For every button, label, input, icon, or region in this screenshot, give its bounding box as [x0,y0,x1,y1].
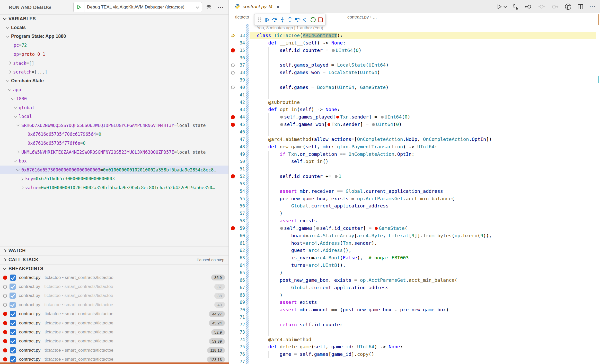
tree-row[interactable]: scratch = [...] [0,68,228,77]
code-line[interactable]: 53 [229,180,600,188]
breakpoint-checkbox[interactable] [10,284,16,290]
launch-config-dropdown[interactable]: Debug TEAL via AlgoKit AVM Debugger (tic… [73,2,202,12]
inline-breakpoint-icon[interactable] [328,123,330,126]
inline-breakpoint-candidate-icon[interactable] [372,123,375,126]
breakpoint-row[interactable]: contract.pytictactoe • smart_contracts/t… [0,327,228,336]
inline-breakpoint-candidate-icon[interactable] [332,49,335,52]
git-graph-icon[interactable] [512,3,519,10]
code-line[interactable]: 69 assert exists [229,299,600,306]
code-line[interactable]: 54 assert mbr.receiver == Global.current… [229,188,600,195]
code-editor[interactable]: 33class TicTacToe(ARC4Contract):34 def _… [229,32,600,364]
breakpoint-icon[interactable] [230,225,236,232]
inline-breakpoint-candidate-icon[interactable] [280,116,283,119]
breakpoint-checkbox[interactable] [10,302,16,308]
code-line[interactable]: 39 [229,76,600,84]
tab-contract-py[interactable]: contract.py M × [229,0,290,13]
more-actions-icon[interactable]: ⋯ [589,3,595,10]
code-line[interactable]: 61 host=arc4.Address(Txn.sender), [229,240,600,247]
code-line[interactable]: 73 [229,329,600,336]
code-line[interactable]: 51 [229,165,600,173]
code-line[interactable]: 40 self.games = BoxMap(UInt64, GameState… [229,84,600,91]
code-line[interactable]: 70 assert mbr.amount == (post_new_game_b… [229,306,600,314]
inline-breakpoint-candidate-icon[interactable] [280,123,283,126]
code-line[interactable]: 71 [229,314,600,321]
code-line[interactable]: 42 @subroutine [229,99,600,106]
breakpoint-row[interactable]: contract.pytictactoe • smart_contracts/t… [0,310,228,318]
tree-row[interactable]: On-chain State [0,77,228,86]
current-frame-arrow-icon[interactable] [230,32,236,39]
tree-row[interactable]: box [0,157,228,166]
breakpoint-checkbox[interactable] [10,356,16,362]
tree-row[interactable]: Locals [0,23,228,32]
tree-row[interactable]: value = 0x010000000102010002a358bf5bada9… [0,183,228,192]
step-out-button[interactable] [286,15,294,25]
tree-row[interactable]: local [0,112,228,121]
code-line[interactable]: 45 self.games_won[Txn.sender] = UInt64(0… [229,121,600,128]
code-line[interactable]: 41 [229,91,600,99]
code-line[interactable]: 57 ) [229,210,600,217]
code-line[interactable]: 44 self.games_played[Txn.sender] = UInt6… [229,113,600,121]
call-stack-section-header[interactable]: CALL STACK Paused on step [0,255,228,264]
code-line[interactable]: 35 self.id_counter = UInt64(0) [229,47,600,54]
breakpoint-checkbox[interactable] [10,338,16,344]
reverse-continue-button[interactable] [302,15,309,25]
step-back-button[interactable] [294,15,301,25]
code-line[interactable]: 46 [229,128,600,136]
code-line[interactable]: 76 game = self.games[game_id].copy() [229,351,600,358]
code-line[interactable]: 36 [229,54,600,62]
inline-breakpoint-icon[interactable] [375,227,378,230]
inline-breakpoint-candidate-icon[interactable] [381,116,384,119]
variables-section-header[interactable]: VARIABLES [0,14,228,23]
inline-breakpoint-candidate-icon[interactable] [316,227,319,230]
code-line[interactable]: 66 post_new_game_box, exists = op.AcctPa… [229,277,600,284]
breakpoint-icon[interactable] [230,173,236,180]
tree-row[interactable]: global [0,103,228,112]
code-line[interactable]: 56 Global.current_application_address [229,202,600,210]
code-line[interactable]: 75 def delete_game(self, game_id: UInt64… [229,343,600,351]
code-line[interactable]: 74 @arc4.abimethod [229,336,600,343]
run-dropdown-icon[interactable] [504,5,507,8]
code-line[interactable]: 34 def __init__(self) -> None: [229,39,600,47]
code-line[interactable]: 48 def new_game(self, mbr: gtxn.PaymentT… [229,143,600,151]
breakpoint-row[interactable]: contract.pytictactoe • smart_contracts/t… [0,346,228,355]
code-line[interactable]: 60 board=arc4.StaticArray[arc4.Byte, Lit… [229,232,600,240]
run-button[interactable] [496,4,506,10]
code-line[interactable]: 63 is_over=arc4.Bool(False), # noqa: FBT… [229,254,600,262]
code-line[interactable]: 68 ) [229,292,600,299]
restart-button[interactable] [309,15,316,25]
breakpoint-row[interactable]: contract.pytictactoe • smart_contracts/t… [0,337,228,346]
breakpoint-checkbox[interactable] [10,293,16,299]
continue-button[interactable] [264,15,271,25]
step-over-button[interactable] [271,15,278,25]
code-line[interactable]: 64 turns=arc4.UInt8(), [229,262,600,269]
breakpoint-disabled-icon[interactable] [230,84,236,91]
breakpoint-checkbox[interactable] [10,311,16,317]
tree-row[interactable]: pc = 72 [0,41,228,50]
code-line[interactable]: 65 ) [229,269,600,277]
tree-row[interactable]: op = proto 0 1 [0,50,228,59]
breakpoint-row[interactable]: contract.pytictactoe • smart_contracts/t… [0,300,228,309]
code-line[interactable]: 38 self.games_won = LocalState(UInt64) [229,69,600,76]
code-line[interactable]: 49 if Txn.on_completion == OnCompleteAct… [229,151,600,158]
breadcrumb-file[interactable]: contract.py › … [347,15,377,20]
tree-row[interactable]: 1880 [0,94,228,103]
tree-row[interactable]: 0x67616d6573000000000000000003 = 0x01000… [0,166,228,175]
breakpoint-checkbox[interactable] [10,329,16,335]
drag-handle[interactable] [256,15,263,25]
code-line[interactable]: 43 def opt_in(self) -> None: [229,106,600,113]
code-line[interactable]: 59 self.games[self.id_counter] = GameSta… [229,225,600,232]
breakpoint-checkbox[interactable] [10,347,16,353]
breakpoint-disabled-icon[interactable] [230,61,236,69]
split-editor-icon[interactable] [577,4,584,10]
step-into-button[interactable] [279,15,286,25]
tree-row[interactable]: UNML6W5NVHRIKTEOZAA4NI2SWQROSGNFNY2QS523… [0,148,228,157]
inline-breakpoint-icon[interactable] [336,116,339,119]
code-line[interactable]: 33class TicTacToe(ARC4Contract): [229,32,600,39]
tree-row[interactable]: 0x67616d65735f776f6e = 0 [0,139,228,148]
stop-button[interactable] [317,15,324,25]
breakpoint-icon[interactable] [230,121,236,128]
code-line[interactable]: 72 return self.id_counter [229,321,600,329]
breakpoint-checkbox[interactable] [10,320,16,326]
gitlens-graph-icon[interactable] [564,3,572,10]
breakpoint-row[interactable]: contract.pytictactoe • smart_contracts/t… [0,282,228,291]
